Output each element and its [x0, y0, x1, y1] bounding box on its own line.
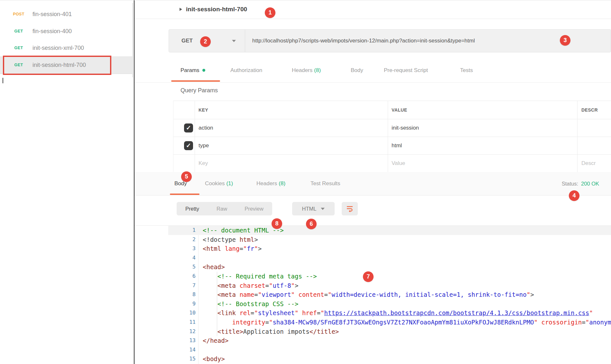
- line-number: 6: [168, 272, 196, 281]
- token-attr: ": [320, 309, 324, 316]
- response-tab-headers[interactable]: Headers(8): [256, 172, 285, 195]
- response-tab-cookies[interactable]: Cookies(1): [205, 172, 233, 195]
- token-tag: <head>: [203, 263, 225, 270]
- request-title: init-session-html-700: [186, 0, 247, 18]
- wrap-text-button[interactable]: [342, 202, 358, 215]
- view-mode-preview[interactable]: Preview: [236, 202, 272, 215]
- tab-label: Test Results: [310, 180, 340, 187]
- token-value: fr: [247, 245, 254, 252]
- selection-highlight-box: [3, 56, 111, 75]
- tab-tests[interactable]: Tests: [460, 59, 473, 82]
- sidebar-item-init-session-xml-700[interactable]: GETinit-session-xml-700: [0, 39, 133, 57]
- param-checkbox[interactable]: ✓: [184, 141, 193, 150]
- tab-label: Params: [181, 67, 199, 73]
- sidebar-item-fin-session-401[interactable]: POSTfin-session-401: [0, 5, 133, 23]
- token-attr: ": [269, 282, 273, 289]
- tab-body[interactable]: Body: [351, 59, 363, 82]
- view-mode-raw[interactable]: Raw: [208, 202, 236, 215]
- token-tag: <meta: [218, 282, 236, 289]
- annotation-badge-5: 5: [181, 171, 192, 182]
- token-attr: rel: [236, 309, 251, 316]
- sidebar: POSTfin-session-401GETfin-session-400GET…: [0, 0, 134, 364]
- token-attr: content: [295, 291, 324, 298]
- param-key-placeholder[interactable]: Key: [199, 154, 208, 172]
- token-attr: lang: [221, 245, 239, 252]
- token-plain: >: [258, 245, 262, 252]
- response-code-editor[interactable]: 1<!-- document HTML -->2<!doctype html>3…: [134, 225, 611, 364]
- token-plain: [203, 319, 232, 326]
- tab-headers[interactable]: Headers(8): [292, 59, 321, 82]
- text-cursor: [3, 78, 3, 83]
- param-description-placeholder[interactable]: Descr: [581, 154, 596, 172]
- url-bar: GET http://localhost/php7/scripts-web/im…: [169, 29, 611, 52]
- token-attr: ": [291, 291, 295, 298]
- code-line-5: 5<head>: [168, 262, 611, 272]
- param-checkbox[interactable]: ✓: [184, 123, 193, 132]
- token-plain: >: [254, 236, 258, 243]
- token-attr: ": [258, 291, 262, 298]
- token-attr: ": [586, 319, 589, 326]
- param-value-placeholder[interactable]: Value: [392, 154, 405, 172]
- param-value[interactable]: init-session: [392, 119, 419, 137]
- status-value: 200 OK: [581, 181, 599, 187]
- sidebar-item-fin-session-400[interactable]: GETfin-session-400: [0, 23, 133, 40]
- token-plain: =: [239, 245, 243, 252]
- table-row: ✓actioninit-session: [173, 119, 611, 137]
- view-mode-pretty[interactable]: Pretty: [177, 202, 208, 215]
- status-label: Status:: [562, 181, 578, 187]
- param-key[interactable]: action: [199, 119, 213, 137]
- token-plain: =: [265, 319, 269, 326]
- token-plain: <!doctype: [203, 236, 239, 243]
- tab-pre-request-script[interactable]: Pre-request Script: [384, 59, 428, 82]
- tab-label: Cookies: [205, 180, 225, 187]
- annotation-badge-3: 3: [560, 35, 570, 46]
- token-plain: [203, 328, 218, 335]
- param-value[interactable]: html: [392, 137, 402, 154]
- tab-authorization[interactable]: Authorization: [230, 59, 262, 82]
- column-header-key: KEY: [199, 101, 208, 119]
- token-attr: ": [254, 309, 258, 316]
- token-value: utf-8: [273, 282, 291, 289]
- token-attr: ": [269, 319, 273, 326]
- line-content: </head>: [203, 336, 611, 345]
- response-tab-test-results[interactable]: Test Results: [310, 172, 340, 195]
- tab-params[interactable]: Params: [181, 59, 205, 82]
- token-attr: integrity: [232, 319, 265, 326]
- line-number: 14: [168, 345, 196, 355]
- code-line-8: 8 <meta name="viewport" content="width=d…: [168, 290, 611, 299]
- tab-label: Pre-request Script: [384, 67, 428, 73]
- tab-label: Headers: [256, 180, 277, 187]
- format-dropdown[interactable]: HTML: [292, 202, 335, 215]
- annotation-badge-6: 6: [306, 219, 317, 229]
- token-plain: =: [324, 291, 328, 298]
- token-plain: =: [265, 282, 269, 289]
- code-line-10: 10 <link rel="stylesheet" href="https://…: [168, 308, 611, 318]
- token-comment: <!-- Required meta tags -->: [218, 273, 317, 280]
- line-number: 10: [168, 308, 196, 318]
- token-comment: <!-- document HTML -->: [203, 227, 284, 234]
- code-line-11: 11 integrity="sha384-MCw98/SFnGE8fJT3GXw…: [168, 318, 611, 327]
- token-attr: crossorigin: [538, 319, 582, 326]
- code-line-15: 15<body>: [168, 354, 611, 364]
- token-plain: >: [530, 291, 534, 298]
- url-input[interactable]: http://localhost/php7/scripts-web/impots…: [252, 30, 608, 52]
- sidebar-scrollbar[interactable]: [132, 3, 133, 77]
- token-value: sha384-MCw98/SFnGE8fJT3GXwEOngsV7Zt27NXF…: [273, 319, 534, 326]
- table-header-row: KEYVALUEDESCR: [173, 101, 611, 119]
- token-comment: <!-- Bootstrap CSS -->: [218, 300, 299, 307]
- tab-count: (8): [314, 67, 321, 73]
- tab-count: (1): [226, 180, 233, 187]
- token-plain: =: [254, 291, 258, 298]
- collapse-arrow-icon[interactable]: [180, 8, 182, 11]
- request-name: init-session-xml-700: [32, 39, 84, 57]
- line-number: 8: [168, 290, 196, 299]
- line-number: 3: [168, 244, 196, 253]
- column-header-value: VALUE: [392, 101, 407, 119]
- line-number: 13: [168, 336, 196, 345]
- param-key[interactable]: type: [199, 137, 209, 154]
- line-content: <!-- Required meta tags -->: [203, 272, 611, 281]
- token-plain: =: [251, 309, 254, 316]
- table-row-placeholder: KeyValueDescr: [173, 154, 611, 173]
- code-line-13: 13</head>: [168, 336, 611, 345]
- line-content: <!-- document HTML -->: [203, 226, 611, 235]
